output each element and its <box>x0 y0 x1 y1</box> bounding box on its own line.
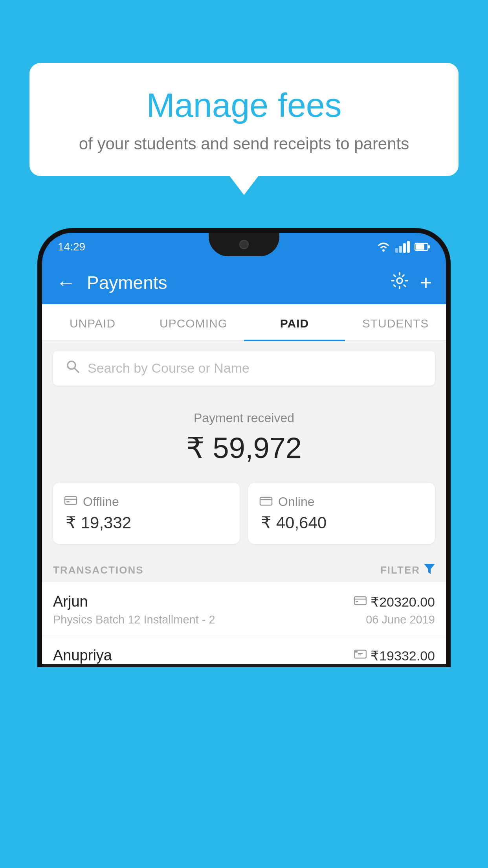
online-icon <box>259 495 273 509</box>
status-time: 14:29 <box>58 241 85 253</box>
transaction-row-top: Anupriya ₹19332.00 <box>53 647 435 664</box>
offline-amount: ₹ 19,332 <box>64 513 229 532</box>
search-icon <box>66 359 80 377</box>
speech-bubble: Manage fees of your students and send re… <box>29 63 459 176</box>
svg-rect-2 <box>416 244 424 250</box>
search-bar[interactable]: Search by Course or Name <box>53 351 435 386</box>
transaction-detail: Physics Batch 12 Installment - 2 <box>53 613 215 626</box>
tab-upcoming[interactable]: UPCOMING <box>143 304 244 340</box>
transaction-amount: ₹19332.00 <box>371 648 435 664</box>
signal-bars-icon <box>395 241 410 253</box>
svg-point-0 <box>382 249 385 252</box>
svg-rect-9 <box>66 501 70 502</box>
add-button[interactable]: + <box>420 271 432 294</box>
transaction-amount: ₹20320.00 <box>371 594 435 610</box>
wifi-icon <box>376 241 391 252</box>
phone-content: Search by Course or Name Payment receive… <box>42 341 446 664</box>
offline-label: Offline <box>83 495 119 509</box>
back-button[interactable]: ← <box>56 271 76 294</box>
status-bar: 14:29 <box>42 233 446 261</box>
bubble-subtitle: of your students and send receipts to pa… <box>53 133 435 155</box>
app-toolbar: ← Payments + <box>42 261 446 304</box>
payment-cards: Offline ₹ 19,332 Online ₹ 4 <box>42 476 446 556</box>
svg-marker-12 <box>424 564 435 574</box>
svg-line-6 <box>75 368 79 372</box>
filter-icon <box>424 564 435 577</box>
status-icons <box>376 241 430 253</box>
table-row[interactable]: Arjun ₹20320.00 <box>42 582 446 636</box>
phone-container: 14:29 <box>37 228 451 868</box>
battery-icon <box>415 243 430 251</box>
filter-button[interactable]: FILTER <box>380 564 435 577</box>
svg-rect-15 <box>356 601 358 602</box>
bubble-title: Manage fees <box>53 86 435 124</box>
online-card-header: Online <box>259 495 424 509</box>
speech-bubble-container: Manage fees of your students and send re… <box>29 63 459 176</box>
transaction-name: Anupriya <box>53 647 112 664</box>
transaction-list: Arjun ₹20320.00 <box>42 582 446 664</box>
search-input[interactable]: Search by Course or Name <box>88 360 250 376</box>
payment-received-section: Payment received ₹ 59,972 <box>42 395 446 476</box>
cash-payment-icon <box>354 649 367 662</box>
transaction-amount-wrap: ₹20320.00 <box>354 594 435 610</box>
phone-notch <box>209 233 279 256</box>
card-payment-icon <box>354 596 367 608</box>
search-container: Search by Course or Name <box>42 341 446 395</box>
payment-amount: ₹ 59,972 <box>53 431 435 465</box>
toolbar-title: Payments <box>87 272 379 293</box>
filter-label: FILTER <box>380 564 420 576</box>
transaction-row-top: Arjun ₹20320.00 <box>53 593 435 610</box>
online-card: Online ₹ 40,640 <box>248 483 435 544</box>
svg-rect-10 <box>260 497 272 505</box>
transaction-row-bottom: Physics Batch 12 Installment - 2 06 June… <box>53 613 435 626</box>
camera-dot <box>239 240 249 249</box>
svg-rect-17 <box>355 651 358 653</box>
offline-icon <box>64 495 77 509</box>
tabs-bar: UNPAID UPCOMING PAID STUDENTS <box>42 304 446 341</box>
tab-paid[interactable]: PAID <box>244 304 345 340</box>
svg-rect-3 <box>428 245 430 248</box>
transaction-name: Arjun <box>53 593 88 610</box>
tab-students[interactable]: STUDENTS <box>345 304 446 340</box>
transaction-date: 06 June 2019 <box>366 613 435 626</box>
transactions-label: TRANSACTIONS <box>53 564 144 576</box>
svg-rect-13 <box>354 597 366 605</box>
offline-card: Offline ₹ 19,332 <box>53 483 240 544</box>
transactions-header: TRANSACTIONS FILTER <box>42 556 446 582</box>
payment-received-label: Payment received <box>53 411 435 425</box>
offline-card-header: Offline <box>64 495 229 509</box>
online-label: Online <box>278 495 315 509</box>
phone-frame: 14:29 <box>37 228 451 667</box>
table-row[interactable]: Anupriya ₹19332.00 <box>42 636 446 664</box>
online-amount: ₹ 40,640 <box>259 513 424 532</box>
svg-rect-7 <box>65 497 77 504</box>
tab-unpaid[interactable]: UNPAID <box>42 304 143 340</box>
svg-point-4 <box>397 278 402 283</box>
transaction-amount-wrap: ₹19332.00 <box>354 648 435 664</box>
settings-button[interactable] <box>390 271 409 294</box>
